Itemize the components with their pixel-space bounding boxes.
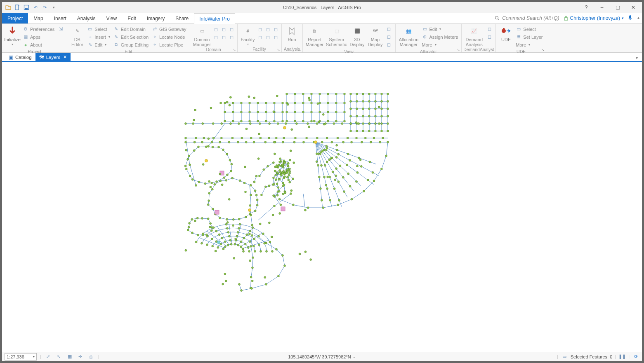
selection-icon[interactable]: ▭: [561, 353, 568, 361]
project-extra-icon[interactable]: ⇲: [57, 26, 64, 33]
udf-set-layer-button[interactable]: ≣Set Layer: [515, 33, 543, 40]
domain-tool-6[interactable]: ◻: [228, 33, 236, 41]
view-tool-2[interactable]: ◻: [385, 33, 393, 40]
status-coords[interactable]: 105.1489245°W 39.7275982°N ⌄: [288, 354, 356, 359]
facility-tool-6[interactable]: ◻: [272, 33, 280, 41]
status-tool-3[interactable]: ▦: [66, 353, 73, 361]
udf-more-button[interactable]: More▾: [515, 41, 543, 48]
udf-select-button[interactable]: ▭Select: [515, 26, 543, 33]
udf-button[interactable]: UDF: [498, 25, 514, 42]
close-tab-icon[interactable]: ✕: [63, 54, 67, 60]
tab-map[interactable]: Map: [28, 13, 48, 23]
3d-display-button[interactable]: ⬛3D Display: [348, 25, 366, 47]
locate-node-button[interactable]: ⌖Locate Node: [151, 33, 187, 40]
alloc-more-button[interactable]: More▾: [421, 41, 459, 48]
analysis-launcher-icon[interactable]: ↘: [298, 48, 301, 52]
coords-dropdown-icon[interactable]: ⌄: [353, 355, 356, 359]
svg-point-857: [228, 198, 230, 200]
db-editor-button[interactable]: ✎ DB Editor: [69, 25, 85, 47]
demand-tool-2[interactable]: ◻: [486, 33, 493, 40]
view-tool-3[interactable]: ◻: [385, 41, 393, 48]
scale-input[interactable]: 1:27,936▾: [5, 353, 37, 361]
pause-drawing-icon[interactable]: ❚❚: [618, 353, 626, 361]
edit-dropdown-button[interactable]: ✎Edit▾: [86, 41, 111, 48]
status-tool-5[interactable]: ⎙: [87, 353, 95, 361]
demand-analysis-button[interactable]: 📈Demand Analysis: [463, 25, 485, 47]
open-icon[interactable]: [5, 4, 12, 11]
status-tool-2[interactable]: ⤡: [55, 353, 63, 361]
new-icon[interactable]: [14, 4, 21, 11]
command-search[interactable]: Command Search (Alt+Q): [495, 13, 559, 23]
undo-icon[interactable]: ↶: [32, 4, 39, 11]
initialize-button[interactable]: Initialize ▾: [4, 25, 21, 47]
demand-analysis-label: Demand Analysis: [465, 37, 483, 47]
svg-point-423: [185, 137, 187, 139]
help-button[interactable]: ?: [579, 3, 593, 12]
tab-project[interactable]: Project: [2, 13, 28, 23]
svg-point-800: [219, 173, 221, 175]
view-tab-catalog[interactable]: ▣ Catalog: [5, 53, 35, 61]
about-button[interactable]: ●About: [22, 41, 55, 48]
tab-edit[interactable]: Edit: [122, 13, 142, 23]
svg-point-338: [356, 130, 358, 132]
tab-share[interactable]: Share: [170, 13, 194, 23]
status-tool-1[interactable]: ⤢: [45, 353, 52, 361]
tab-view[interactable]: View: [101, 13, 122, 23]
assign-meters-button[interactable]: ⊕Assign Meters: [421, 33, 459, 40]
qat-customize-icon[interactable]: ▾: [50, 4, 57, 11]
tab-infowater-pro[interactable]: InfoWater Pro: [194, 13, 235, 24]
close-button[interactable]: ✕: [626, 3, 640, 12]
locate-pipe-button[interactable]: ⌖Locate Pipe: [151, 41, 187, 48]
map-view[interactable]: [2, 62, 642, 352]
domain-tool-3[interactable]: ◻: [228, 26, 236, 33]
notifications-icon[interactable]: [626, 13, 634, 22]
domain-tool-1[interactable]: ◻: [212, 26, 220, 33]
domain-tool-4[interactable]: ◻: [212, 33, 220, 41]
demand-launcher-icon[interactable]: ↘: [491, 48, 494, 52]
svg-point-693: [251, 234, 253, 237]
allocation-manager-button[interactable]: 👥Allocation Manager: [397, 25, 420, 47]
system-schematic-button[interactable]: ⬚System Schematic: [325, 25, 348, 47]
maximize-button[interactable]: ▢: [611, 3, 625, 12]
tab-imagery[interactable]: Imagery: [142, 13, 170, 23]
map-display-button[interactable]: 🗺Map Display: [366, 25, 385, 47]
tab-insert[interactable]: Insert: [49, 13, 72, 23]
report-manager-button[interactable]: 🗎Report Manager: [304, 25, 325, 47]
demand-tool-1[interactable]: ◻: [486, 26, 493, 33]
domain-launcher-icon[interactable]: ↘: [233, 48, 236, 52]
group-editing-button[interactable]: ⧉Group Editing: [113, 41, 149, 48]
facility-tool-2[interactable]: ◻: [264, 26, 272, 33]
edit-selection-button[interactable]: ✎Edit Selection: [113, 33, 149, 40]
apps-button[interactable]: ▦Apps: [22, 33, 55, 40]
tab-analysis[interactable]: Analysis: [72, 13, 101, 23]
status-tool-4[interactable]: ✛: [77, 353, 84, 361]
facility-tool-3[interactable]: ◻: [272, 26, 280, 33]
allocator-launcher-icon[interactable]: ↘: [457, 48, 460, 52]
domain-manager-button[interactable]: ▭ Domain Manager: [192, 25, 212, 47]
save-icon[interactable]: [23, 4, 30, 11]
redo-icon[interactable]: ↷: [41, 4, 48, 11]
refresh-icon[interactable]: ⟳: [632, 353, 639, 361]
preferences-button[interactable]: ⚙Preferences: [22, 26, 55, 33]
view-tool-1[interactable]: ◻: [385, 26, 393, 33]
udf-launcher-icon[interactable]: ↘: [541, 48, 545, 52]
view-tab-layers[interactable]: 🗺 Layers ✕: [35, 53, 71, 61]
facility-tool-4[interactable]: ◻: [257, 33, 264, 41]
user-menu[interactable]: Christopher (Innovyze) ▾: [564, 13, 624, 23]
insert-button[interactable]: ＋Insert▾: [86, 33, 111, 40]
facility-tool-5[interactable]: ◻: [264, 33, 272, 41]
facility-launcher-icon[interactable]: ↘: [277, 48, 280, 52]
svg-point-422: [378, 123, 380, 125]
edit-domain-button[interactable]: ✎Edit Domain: [113, 26, 149, 33]
facility-button[interactable]: ＃ Facility ▾: [239, 25, 257, 47]
gis-gateway-button[interactable]: ⇄GIS Gateway: [151, 26, 187, 33]
domain-tool-5[interactable]: ◻: [220, 33, 228, 41]
minimize-button[interactable]: –: [595, 3, 609, 12]
collapse-ribbon-icon[interactable]: ▴: [635, 13, 641, 22]
alloc-edit-button[interactable]: ▭Edit▾: [421, 26, 459, 33]
domain-tool-2[interactable]: ◻: [220, 26, 228, 33]
run-button[interactable]: Run: [283, 25, 301, 42]
select-button[interactable]: ▭Select: [86, 26, 111, 33]
viewtabs-overflow-icon[interactable]: ▾: [634, 55, 639, 61]
facility-tool-1[interactable]: ◻: [257, 26, 264, 33]
